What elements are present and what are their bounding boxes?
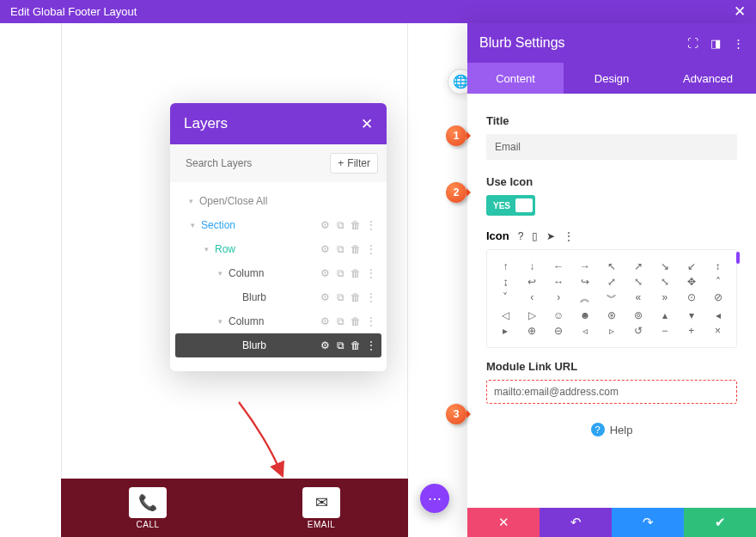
panel-title: Blurb Settings <box>479 35 565 51</box>
redo-button[interactable]: ↷ <box>612 508 684 537</box>
preview-border-left <box>61 23 62 537</box>
duplicate-icon[interactable]: ⧉ <box>335 219 345 231</box>
envelope-icon: ✉ <box>315 493 328 512</box>
settings-panel: Blurb Settings ⛶ ◨ ⋮ Content Design Adva… <box>467 23 756 537</box>
more-icon[interactable]: ⋮ <box>366 315 376 327</box>
panel-actions: ✕ ↶ ↷ ✔ <box>467 508 756 537</box>
gear-icon[interactable]: ⚙ <box>320 339 330 351</box>
module-url-label: Module Link URL <box>486 360 737 373</box>
layers-section-row[interactable]: ▾Section ⚙⧉🗑⋮ <box>175 213 381 237</box>
trash-icon[interactable]: 🗑 <box>351 315 361 327</box>
layers-blurb2-row-active[interactable]: ▾Blurb ⚙⧉🗑⋮ <box>175 333 381 357</box>
trash-icon[interactable]: 🗑 <box>351 291 361 303</box>
duplicate-icon[interactable]: ⧉ <box>335 243 345 255</box>
footer-call-item[interactable]: 📞 CALL <box>129 487 167 529</box>
window-title: Edit Global Footer Layout <box>10 5 137 18</box>
gear-icon[interactable]: ⚙ <box>320 291 330 303</box>
layers-header: Layers ✕ <box>170 103 387 144</box>
more-icon[interactable]: ⋮ <box>366 267 376 279</box>
module-url-section: Module Link URL mailto:email@address.com <box>486 360 737 404</box>
use-icon-label: Use Icon <box>486 175 737 188</box>
scrollbar[interactable] <box>736 252 740 264</box>
layers-column2-row[interactable]: ▾Column ⚙⧉🗑⋮ <box>175 309 381 333</box>
help-link[interactable]: ? Help <box>486 423 737 436</box>
layers-title: Layers <box>184 115 228 132</box>
mobile-icon[interactable]: ▯ <box>532 230 538 242</box>
title-input[interactable] <box>486 134 737 160</box>
footer-call-label: CALL <box>136 520 159 529</box>
layers-open-close-all[interactable]: ▾Open/Close All <box>175 189 381 213</box>
annotation-arrow <box>232 395 301 481</box>
more-icon[interactable]: ⋮ <box>366 339 376 351</box>
trash-icon[interactable]: 🗑 <box>351 243 361 255</box>
help-question-icon: ? <box>591 423 605 436</box>
module-url-input[interactable]: mailto:email@address.com <box>486 380 737 404</box>
layers-column1-row[interactable]: ▾Column ⚙⧉🗑⋮ <box>175 261 381 285</box>
icon-label: Icon <box>486 229 509 242</box>
preview-border-right <box>407 23 408 537</box>
layers-search-input[interactable] <box>179 153 323 174</box>
close-icon[interactable]: ✕ <box>734 4 746 19</box>
trash-icon[interactable]: 🗑 <box>351 267 361 279</box>
tab-design[interactable]: Design <box>564 63 660 94</box>
callout-1: 1 <box>446 125 466 146</box>
redo-icon: ↷ <box>643 515 654 530</box>
plus-icon: + <box>338 157 344 169</box>
tab-advanced[interactable]: Advanced <box>660 63 756 94</box>
cancel-button[interactable]: ✕ <box>467 508 540 537</box>
footer-email-label: EMAIL <box>308 520 336 529</box>
layers-filter-button[interactable]: +Filter <box>330 153 378 174</box>
toggle-knob <box>515 198 533 212</box>
gear-icon[interactable]: ⚙ <box>320 315 330 327</box>
gear-icon[interactable]: ⚙ <box>320 243 330 255</box>
panel-header-icons: ⛶ ◨ ⋮ <box>687 37 744 50</box>
footer-email-item[interactable]: ✉ EMAIL <box>302 487 340 529</box>
more-icon[interactable]: ⋮ <box>733 37 744 50</box>
help-icon[interactable]: ? <box>518 230 524 242</box>
tab-content[interactable]: Content <box>467 63 564 94</box>
layers-row-row[interactable]: ▾Row ⚙⧉🗑⋮ <box>175 237 381 261</box>
cursor-icon[interactable]: ➤ <box>546 230 555 242</box>
more-icon[interactable]: ⋮ <box>366 291 376 303</box>
layers-search-row: +Filter <box>170 144 387 182</box>
focus-icon[interactable]: ⛶ <box>687 37 698 50</box>
panel-header: Blurb Settings ⛶ ◨ ⋮ <box>467 23 756 63</box>
duplicate-icon[interactable]: ⧉ <box>335 291 345 303</box>
layers-tree: ▾Open/Close All ▾Section ⚙⧉🗑⋮ ▾Row ⚙⧉🗑⋮ … <box>170 182 387 371</box>
check-icon: ✔ <box>715 515 726 530</box>
duplicate-icon[interactable]: ⧉ <box>335 315 345 327</box>
callout-2: 2 <box>446 182 466 203</box>
sidebar-icon[interactable]: ◨ <box>710 37 721 50</box>
undo-icon: ↶ <box>570 515 582 530</box>
icon-picker[interactable]: ↑↓←→↖↗↘↙↕ ↨↩↔↪⤢⤡⤡✥˄ ˅‹›︽︾«»⊙⊘ ◁▷☺☻⊛⊚▴▾◂ … <box>486 249 737 348</box>
close-icon: ✕ <box>498 515 509 530</box>
layers-close-icon[interactable]: ✕ <box>361 115 373 133</box>
window-titlebar: Edit Global Footer Layout ✕ <box>0 0 756 23</box>
gear-icon[interactable]: ⚙ <box>320 267 330 279</box>
phone-icon: 📞 <box>138 493 157 512</box>
use-icon-toggle[interactable]: YES <box>486 195 535 216</box>
layers-blurb1-row[interactable]: ▾Blurb ⚙⧉🗑⋮ <box>175 285 381 309</box>
title-label: Title <box>486 114 737 127</box>
more-icon[interactable]: ⋮ <box>366 243 376 255</box>
gear-icon[interactable]: ⚙ <box>320 219 330 231</box>
panel-tabs: Content Design Advanced <box>467 63 756 94</box>
callout-3: 3 <box>446 404 466 424</box>
footer-preview: 📞 CALL ✉ EMAIL <box>61 479 408 537</box>
confirm-button[interactable]: ✔ <box>684 508 756 537</box>
duplicate-icon[interactable]: ⧉ <box>335 339 345 351</box>
dots-icon: ⋯ <box>428 491 442 507</box>
fab-button[interactable]: ⋯ <box>420 484 449 513</box>
undo-button[interactable]: ↶ <box>540 508 612 537</box>
more-icon[interactable]: ⋮ <box>366 219 376 231</box>
icon-section-header: Icon ? ▯ ➤ ⋮ <box>486 229 737 242</box>
layers-panel: Layers ✕ +Filter ▾Open/Close All ▾Sectio… <box>170 103 387 371</box>
panel-body: Title Use Icon YES Icon ? ▯ ➤ ⋮ ↑↓←→↖↗↘↙… <box>467 94 756 508</box>
more-icon[interactable]: ⋮ <box>564 230 574 242</box>
duplicate-icon[interactable]: ⧉ <box>335 267 345 279</box>
trash-icon[interactable]: 🗑 <box>351 339 361 351</box>
trash-icon[interactable]: 🗑 <box>351 219 361 231</box>
